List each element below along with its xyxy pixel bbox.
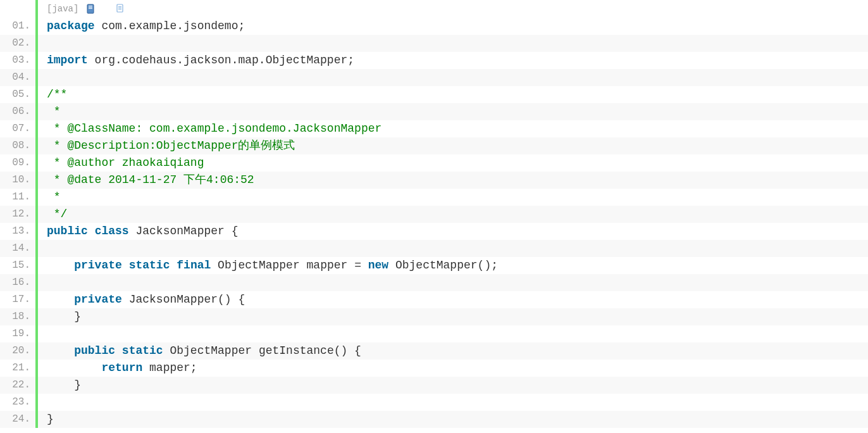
code-line (38, 240, 868, 257)
code-line: /** (38, 86, 868, 103)
token-pln (170, 259, 177, 272)
view-source-icon[interactable] (86, 4, 96, 14)
code-line (38, 35, 868, 52)
line-number: 20. (0, 342, 35, 360)
token-pln: } (47, 310, 81, 323)
line-number: 02. (0, 35, 35, 52)
line-number: 14. (0, 240, 35, 257)
code-line (38, 394, 868, 411)
code-line: private static final ObjectMapper mapper… (38, 257, 868, 274)
token-comment: */ (47, 208, 67, 220)
code-line (38, 325, 868, 342)
svg-rect-3 (89, 8, 92, 9)
token-kw: private (74, 293, 122, 306)
token-pln (47, 344, 74, 357)
line-number: 17. (0, 291, 35, 308)
token-kw: class (95, 225, 129, 237)
token-pln (122, 259, 129, 272)
code-line: import org.codehaus.jackson.map.ObjectMa… (38, 52, 868, 69)
code-line: package com.example.jsondemo; (38, 18, 868, 35)
token-pln: } (47, 413, 54, 425)
code-line (38, 69, 868, 86)
token-comment: * @Description:ObjectMapper的单例模式 (47, 139, 295, 152)
line-number: 01. (0, 18, 35, 35)
token-pln: JacksonMapper() { (122, 293, 245, 306)
language-label: [java] (47, 4, 78, 14)
code-line: * @date 2014-11-27 下午4:06:52 (38, 172, 868, 189)
code-line: * @author zhaokaiqiang (38, 154, 868, 172)
line-number: 18. (0, 308, 35, 325)
token-pln: mapper; (142, 361, 197, 374)
line-number: 12. (0, 206, 35, 223)
svg-rect-1 (89, 6, 92, 6)
code-line: private JacksonMapper() { (38, 291, 868, 308)
code-toolbar: [java] (38, 0, 868, 18)
line-number: 22. (0, 377, 35, 394)
token-comment: * @ClassName: com.example.jsondemo.Jacks… (47, 122, 381, 135)
token-pln (47, 259, 74, 272)
token-kw: import (47, 54, 88, 66)
line-number: 07. (0, 120, 35, 137)
token-kw: new (368, 259, 388, 272)
token-kw: final (177, 259, 211, 272)
token-pln: com.example.jsondemo; (95, 20, 245, 32)
svg-rect-7 (118, 9, 121, 9)
code-line: return mapper; (38, 360, 868, 377)
code-body: package com.example.jsondemo; import org… (38, 18, 868, 428)
code-line: */ (38, 206, 868, 223)
token-comment: * @author zhaokaiqiang (47, 156, 204, 169)
copy-icon[interactable] (115, 4, 125, 14)
code-line: public class JacksonMapper { (38, 223, 868, 240)
token-pln (88, 225, 95, 237)
line-number: 10. (0, 172, 35, 189)
code-line: } (38, 411, 868, 428)
line-number: 13. (0, 223, 35, 240)
token-pln: } (47, 379, 81, 391)
token-kw: package (47, 20, 95, 32)
token-kw: public (74, 344, 115, 357)
line-number: 15. (0, 257, 35, 274)
line-number: 09. (0, 154, 35, 172)
line-number: 16. (0, 274, 35, 291)
token-comment: /** (47, 88, 67, 101)
token-kw: return (101, 361, 142, 374)
code-line: * (38, 103, 868, 120)
token-kw: public (47, 225, 88, 237)
line-number: 03. (0, 52, 35, 69)
line-number-gutter: 01.02.03.04.05.06.07.08.09.10.11.12.13.1… (0, 0, 38, 428)
token-comment: * (47, 105, 61, 118)
line-number: 08. (0, 137, 35, 154)
line-number: 06. (0, 103, 35, 120)
code-line: } (38, 377, 868, 394)
code-line: * @ClassName: com.example.jsondemo.Jacks… (38, 120, 868, 137)
code-area: [java] package com.example.jsondemo; imp… (38, 0, 868, 428)
token-pln: ObjectMapper getInstance() { (163, 344, 361, 357)
code-line: * @Description:ObjectMapper的单例模式 (38, 137, 868, 154)
token-comment: * @date 2014-11-27 下午4:06:52 (47, 173, 254, 186)
token-pln (47, 293, 74, 306)
line-number: 05. (0, 86, 35, 103)
line-number: 04. (0, 69, 35, 86)
line-number: 23. (0, 394, 35, 411)
token-comment: * (47, 191, 61, 203)
token-kw: static (122, 344, 163, 357)
token-pln (115, 344, 122, 357)
token-kw: static (129, 259, 170, 272)
line-number: 21. (0, 360, 35, 377)
code-line: public static ObjectMapper getInstance()… (38, 342, 868, 360)
line-number: 19. (0, 325, 35, 342)
code-line: * (38, 189, 868, 206)
token-pln (47, 361, 101, 374)
token-pln: ObjectMapper mapper = (211, 259, 368, 272)
code-line: } (38, 308, 868, 325)
svg-rect-2 (89, 7, 92, 8)
token-pln: org.codehaus.jackson.map.ObjectMapper; (88, 54, 354, 66)
svg-rect-6 (118, 8, 121, 8)
svg-rect-5 (118, 6, 121, 7)
code-line (38, 274, 868, 291)
token-pln: ObjectMapper(); (388, 259, 498, 272)
line-number: 24. (0, 411, 35, 428)
token-pln: JacksonMapper { (129, 225, 239, 237)
token-kw: private (74, 259, 122, 272)
line-number: 11. (0, 189, 35, 206)
